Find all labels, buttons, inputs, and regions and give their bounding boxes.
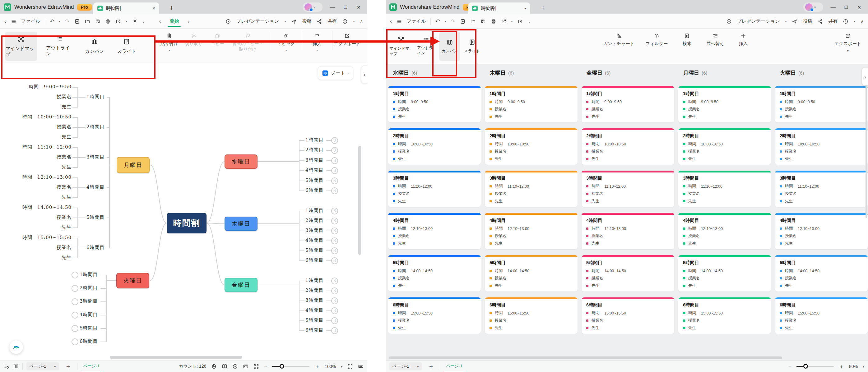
- export-icon[interactable]: [501, 19, 507, 24]
- toolbar-more-icon[interactable]: ⌄: [528, 19, 531, 24]
- detail-teacher-topic[interactable]: 先生: [6, 164, 71, 170]
- collapse-ribbon-icon[interactable]: ∧: [360, 19, 363, 23]
- help-icon[interactable]: ?: [843, 19, 848, 24]
- zoom-in-button[interactable]: ＋: [314, 363, 320, 370]
- ai-assistant-button[interactable]: [9, 340, 23, 354]
- period-topic[interactable]: 3時間目: [305, 157, 324, 163]
- page-tab[interactable]: ページ-1: [81, 363, 101, 370]
- tool-button-search[interactable]: 検索: [679, 31, 695, 46]
- period-topic[interactable]: 4時間目: [305, 237, 324, 243]
- kanban-card[interactable]: 6時間目時間15:00~15:50授業名先生: [678, 297, 771, 334]
- zoom-out-button[interactable]: −: [264, 363, 267, 370]
- note-button[interactable]: ノート‹: [318, 66, 353, 80]
- kanban-card[interactable]: 4時間目時間12:10~13:00授業名先生: [775, 213, 868, 249]
- import-icon[interactable]: [132, 19, 137, 24]
- period-topic[interactable]: 4時間目: [305, 307, 324, 313]
- collapsed-branch-indicator[interactable]: 3: [331, 317, 338, 324]
- menu-icon[interactable]: [11, 19, 17, 24]
- day-topic-2[interactable]: 火曜日: [116, 273, 149, 289]
- page-layout-icon[interactable]: [222, 364, 227, 369]
- presentation-caret-icon[interactable]: ▾: [284, 20, 286, 23]
- back-icon[interactable]: ‹: [390, 19, 392, 24]
- period-topic[interactable]: 5時間目: [80, 325, 98, 331]
- day-topic-3[interactable]: 水曜日: [224, 155, 257, 169]
- kanban-card[interactable]: 4時間目時間12:10~13:00授業名先生: [678, 213, 771, 249]
- collapsed-branch-indicator[interactable]: 3: [331, 177, 338, 184]
- kanban-card[interactable]: 2時間目時間10:00~10:50授業名先生: [582, 128, 674, 165]
- detail-class-topic[interactable]: 授業名: [6, 245, 71, 250]
- detail-teacher-topic[interactable]: 先生: [6, 225, 71, 230]
- detail-teacher-topic[interactable]: 先生: [6, 104, 71, 110]
- new-tab-button[interactable]: ＋: [168, 3, 175, 12]
- kanban-card[interactable]: 3時間目時間11:10~12:00授業名先生: [678, 171, 771, 207]
- tab-start[interactable]: 開始: [169, 16, 180, 27]
- export-button[interactable]: エクスポート: [334, 33, 361, 46]
- file-menu[interactable]: ファイル: [407, 18, 426, 24]
- period-topic[interactable]: 3時間目: [305, 228, 324, 233]
- period-topic[interactable]: 6時間目: [305, 188, 324, 193]
- zoom-slider-knob[interactable]: [280, 364, 284, 369]
- kanban-card[interactable]: 2時間目時間10:00~10:50授業名先生: [678, 128, 771, 165]
- play-icon[interactable]: [232, 364, 238, 369]
- import-icon[interactable]: [518, 19, 523, 24]
- save-icon[interactable]: [95, 19, 100, 24]
- detail-class-topic[interactable]: 授業名: [6, 154, 71, 160]
- kanban-card[interactable]: 5時間目時間14:00~14:50授業名先生: [582, 255, 674, 292]
- close-button[interactable]: ×: [856, 4, 862, 11]
- share-icon[interactable]: [317, 19, 322, 24]
- period-topic[interactable]: 6時間目: [305, 327, 324, 333]
- presentation-button[interactable]: プレゼンテーション: [737, 18, 780, 24]
- collapsed-branch-indicator[interactable]: 3: [331, 257, 338, 264]
- export-icon[interactable]: [115, 19, 121, 24]
- expand-icon[interactable]: [253, 364, 259, 369]
- maximize-button[interactable]: □: [843, 4, 849, 10]
- collapsed-branch-indicator[interactable]: 3: [331, 327, 338, 334]
- detail-time-topic[interactable]: 時間 15:00~15:50: [6, 235, 71, 241]
- post-plane-icon[interactable]: [291, 19, 297, 24]
- new-tab-button[interactable]: ＋: [539, 3, 547, 12]
- undo-icon[interactable]: ↶: [435, 19, 440, 24]
- help-caret-icon[interactable]: ▾: [854, 20, 855, 23]
- panel-collapse-handle[interactable]: ‹: [361, 66, 367, 83]
- collapsed-branch-indicator[interactable]: [71, 312, 79, 318]
- open-folder-icon[interactable]: [470, 19, 476, 24]
- post-button[interactable]: 投稿: [803, 18, 812, 24]
- period-topic[interactable]: 2時間目: [87, 124, 105, 130]
- period-topic[interactable]: 4時間目: [87, 184, 105, 190]
- toolbar-more-icon[interactable]: ⌄: [142, 19, 145, 24]
- collapsed-branch-indicator[interactable]: 3: [331, 307, 338, 314]
- period-topic[interactable]: 6時間目: [87, 245, 105, 250]
- kanban-card[interactable]: 6時間目時間15:00~15:50授業名先生: [775, 297, 868, 334]
- collapsed-branch-indicator[interactable]: 3: [331, 157, 338, 164]
- cut-button[interactable]: 切り取り: [185, 31, 203, 46]
- user-avatar[interactable]: ∨: [303, 2, 322, 12]
- add-page-button[interactable]: ＋: [426, 362, 436, 370]
- period-topic[interactable]: 5時間目: [305, 317, 324, 323]
- collapsed-branch-indicator[interactable]: [71, 298, 79, 305]
- fit-width-icon[interactable]: [358, 364, 364, 369]
- collapsed-branch-indicator[interactable]: [71, 272, 79, 278]
- period-topic[interactable]: 1時間目: [305, 277, 324, 283]
- period-topic[interactable]: 4時間目: [305, 167, 324, 173]
- kanban-card[interactable]: 3時間目時間11:10~12:00授業名先生: [485, 171, 578, 207]
- detail-teacher-topic[interactable]: 先生: [6, 194, 71, 200]
- collapsed-branch-indicator[interactable]: 3: [331, 247, 338, 254]
- period-topic[interactable]: 6時間目: [305, 257, 324, 263]
- menu-icon[interactable]: [397, 19, 402, 24]
- period-topic[interactable]: 3時間目: [80, 298, 98, 304]
- zoom-out-button[interactable]: −: [788, 363, 792, 370]
- print-icon[interactable]: [105, 19, 111, 24]
- collapsed-branch-indicator[interactable]: [71, 325, 79, 332]
- mindmap-canvas[interactable]: 時間割月曜日火曜日水曜日木曜日金曜日1時間目時間 9:00~9:50授業名先生2…: [0, 64, 367, 361]
- period-topic[interactable]: 2時間目: [305, 217, 324, 224]
- presentation-caret-icon[interactable]: ▾: [785, 20, 786, 23]
- kanban-card[interactable]: 3時間目時間11:10~12:00授業名先生: [388, 171, 481, 207]
- fit-frame-icon[interactable]: [243, 364, 248, 369]
- share-button[interactable]: 共有: [828, 18, 838, 24]
- kanban-card[interactable]: 3時間目時間11:10~12:00授業名先生: [582, 171, 674, 207]
- presentation-play-icon[interactable]: [225, 19, 231, 24]
- zoom-caret-icon[interactable]: ▾: [863, 365, 864, 368]
- period-topic[interactable]: 1時間目: [305, 208, 324, 213]
- zoom-caret-icon[interactable]: ▾: [341, 365, 342, 368]
- collapsed-branch-indicator[interactable]: 3: [331, 208, 338, 214]
